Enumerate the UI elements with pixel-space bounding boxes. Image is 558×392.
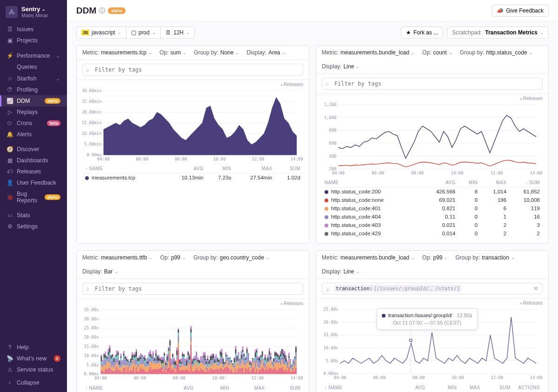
svg-rect-634 bbox=[234, 359, 235, 363]
svg-text:08:00: 08:00 bbox=[412, 376, 425, 380]
op-select[interactable]: Op:count⌄ bbox=[422, 49, 452, 56]
op-select[interactable]: Op:p99⌄ bbox=[160, 254, 186, 261]
svg-rect-664 bbox=[241, 355, 242, 359]
sidebar-item-help[interactable]: ?Help bbox=[0, 342, 67, 353]
svg-text:600: 600 bbox=[329, 141, 337, 146]
svg-rect-298 bbox=[155, 353, 157, 356]
svg-text:08:00: 08:00 bbox=[174, 157, 187, 161]
table-row[interactable]: http.status_code:4290.014022 bbox=[322, 229, 543, 238]
svg-rect-316 bbox=[159, 359, 161, 361]
svg-rect-367 bbox=[172, 365, 173, 368]
svg-rect-307 bbox=[158, 364, 159, 369]
table-row[interactable]: http.status_code:none69.021019610,008 bbox=[322, 196, 543, 204]
svg-rect-511 bbox=[206, 370, 207, 372]
svg-rect-671 bbox=[242, 346, 244, 350]
collapse-sidebar[interactable]: ‹ Collapse bbox=[0, 377, 67, 388]
svg-rect-299 bbox=[155, 350, 157, 353]
svg-rect-785 bbox=[269, 348, 270, 351]
svg-rect-589 bbox=[224, 365, 226, 368]
svg-rect-72 bbox=[104, 372, 105, 374]
info-icon[interactable]: ⓘ bbox=[99, 7, 105, 15]
metric-select[interactable]: Metric:measurements.bundle_load⌄ bbox=[322, 254, 415, 261]
sidebar-item-service-status[interactable]: ⚠Service status bbox=[0, 364, 67, 375]
sidebar-item-releases[interactable]: 🏷Releases bbox=[0, 166, 67, 177]
svg-rect-449 bbox=[190, 326, 192, 329]
svg-rect-450 bbox=[192, 372, 193, 374]
svg-rect-231 bbox=[140, 359, 141, 361]
group-select[interactable]: Group by:http.status_code⌄ bbox=[460, 49, 533, 56]
sidebar-item-discover[interactable]: 🧭Discover bbox=[0, 144, 67, 155]
table-row[interactable]: http.status_code:4010.82106119 bbox=[322, 204, 543, 213]
metric-select[interactable]: Metric:measurements.bundle_load⌄ bbox=[322, 49, 415, 56]
sidebar-item-ddm[interactable]: 📈DDMalpha bbox=[0, 95, 67, 106]
op-select[interactable]: Op:sum⌄ bbox=[159, 49, 186, 56]
svg-rect-598 bbox=[226, 355, 227, 356]
sidebar-item-issues[interactable]: ☰Issues bbox=[0, 24, 67, 35]
svg-rect-741 bbox=[259, 362, 260, 362]
scratchpad-select[interactable]: Scratchpad: Transaction Metrics ⌄ bbox=[447, 27, 549, 39]
clear-icon[interactable]: ✕ bbox=[533, 285, 538, 292]
sidebar-item-what's-new[interactable]: 📡What's new2 bbox=[0, 353, 67, 364]
org-switcher[interactable]: Sentry ⌄ Matej Minar bbox=[0, 0, 67, 22]
sidebar-item-alerts[interactable]: 🔔Alerts bbox=[0, 129, 67, 140]
svg-rect-594 bbox=[226, 367, 227, 374]
group-select[interactable]: Group by:transaction⌄ bbox=[455, 254, 514, 261]
svg-rect-81 bbox=[105, 358, 106, 359]
svg-rect-745 bbox=[260, 364, 262, 369]
sidebar-item-performance[interactable]: ⚡Performance⌄ bbox=[0, 50, 67, 61]
sidebar-item-stats[interactable]: ▭Stats bbox=[0, 210, 67, 221]
sidebar-item-bug-reports[interactable]: 🐞Bug Reportsalpha bbox=[0, 188, 67, 206]
nav-icon: 🔔 bbox=[7, 131, 13, 138]
svg-rect-123 bbox=[115, 357, 116, 359]
group-select[interactable]: Group by:None⌄ bbox=[194, 49, 239, 56]
time-range-filter[interactable]: 🗓 12H ⌄ bbox=[161, 27, 194, 38]
svg-rect-61 bbox=[101, 365, 102, 370]
svg-rect-718 bbox=[253, 359, 255, 359]
sidebar-item-replays[interactable]: ▷Replays bbox=[0, 106, 67, 118]
svg-rect-868 bbox=[288, 356, 290, 358]
table-row[interactable]: http.status_code:4030.021023 bbox=[322, 221, 543, 229]
display-select[interactable]: Display:Bar⌄ bbox=[82, 268, 118, 275]
sidebar-item-settings[interactable]: ⚙Settings bbox=[0, 221, 67, 232]
svg-rect-90 bbox=[108, 368, 109, 374]
svg-rect-796 bbox=[272, 363, 273, 364]
sidebar-item-projects[interactable]: ▣Projects bbox=[0, 35, 67, 46]
svg-rect-68 bbox=[102, 364, 104, 367]
svg-rect-234 bbox=[141, 369, 143, 374]
svg-rect-508 bbox=[204, 355, 206, 360]
sidebar-item-starfish[interactable]: ☆Starfish⌄ bbox=[0, 73, 67, 84]
metric-select[interactable]: Metric:measurements.ttfb⌄ bbox=[82, 254, 153, 261]
fork-button[interactable]: ★ Fork as ... bbox=[401, 27, 443, 39]
sidebar-item-profiling[interactable]: ⏱Profiling bbox=[0, 84, 67, 95]
metric-select[interactable]: Metric:measurements.lcp⌄ bbox=[82, 49, 152, 56]
svg-rect-841 bbox=[283, 364, 284, 369]
sidebar-item-queries[interactable]: Queries bbox=[0, 61, 67, 73]
sidebar-item-user-feedback[interactable]: 👤User Feedback bbox=[0, 177, 67, 188]
svg-rect-845 bbox=[283, 350, 284, 353]
svg-rect-248 bbox=[144, 365, 146, 366]
display-select[interactable]: Display:Line⌄ bbox=[322, 268, 359, 275]
svg-rect-505 bbox=[204, 365, 206, 371]
svg-rect-608 bbox=[228, 360, 230, 365]
display-select[interactable]: Display:Line⌄ bbox=[322, 63, 359, 70]
svg-rect-522 bbox=[208, 371, 210, 374]
svg-rect-368 bbox=[172, 359, 173, 365]
sidebar-item-crons[interactable]: ⏲Cronsbeta bbox=[0, 118, 67, 129]
table-row[interactable]: http.status_code:200426.56681,01461,852 bbox=[322, 187, 543, 196]
project-filter[interactable]: JS javascript ⌄ bbox=[77, 27, 126, 38]
filter-tags-input[interactable]: ⌕ bbox=[82, 64, 303, 76]
table-row[interactable]: http.status_code:4040.110116 bbox=[322, 213, 543, 221]
sidebar-item-dashboards[interactable]: ▦Dashboards bbox=[0, 155, 67, 166]
environment-filter[interactable]: ▢ prod ⌄ bbox=[126, 27, 161, 38]
group-select[interactable]: Group by:geo.country_code⌄ bbox=[193, 254, 270, 261]
svg-rect-463 bbox=[194, 364, 196, 371]
table-row[interactable]: measurements.lcp10.13min7.23s27.54min1.0… bbox=[82, 173, 303, 182]
filter-tags-input[interactable]: ⌕ bbox=[322, 78, 543, 90]
display-select[interactable]: Display:Area⌄ bbox=[246, 49, 286, 56]
svg-rect-366 bbox=[172, 368, 173, 374]
filter-token[interactable]: transaction:[/issues/:groupId/, /stats/] bbox=[334, 285, 461, 292]
give-feedback-button[interactable]: 📣 Give Feedback bbox=[492, 5, 549, 17]
filter-tags-input[interactable]: ⌕ bbox=[82, 283, 303, 295]
op-select[interactable]: Op:p99⌄ bbox=[422, 254, 448, 261]
filter-tags-input[interactable]: ⌕ transaction:[/issues/:groupId/, /stats… bbox=[322, 283, 543, 294]
